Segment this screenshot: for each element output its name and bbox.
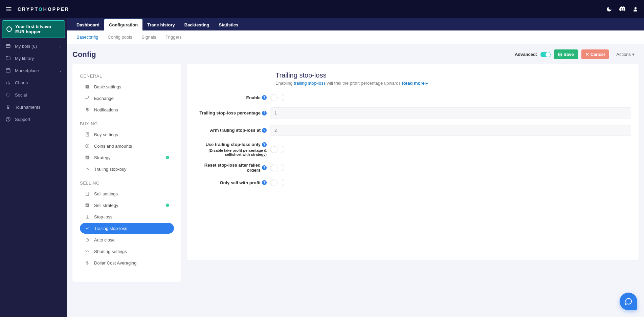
sidebar-item-label: Support (15, 117, 30, 122)
brand-logo[interactable]: CRYPTOHOPPER (18, 6, 69, 12)
svg-rect-20 (87, 157, 87, 158)
category-dca[interactable]: Dollar Cost Averaging (80, 257, 174, 268)
sidebar-item-mybots[interactable]: My bots (6) ⌄ (0, 40, 67, 52)
category-sell-settings[interactable]: Sell settings (80, 188, 174, 199)
tab-dashboard[interactable]: Dashboard (72, 19, 104, 30)
advanced-label: Advanced: (515, 52, 537, 57)
actions-dropdown[interactable]: Actions ▾ (612, 49, 639, 59)
category-autoclose[interactable]: Auto close (80, 234, 174, 245)
receipt-icon (85, 132, 90, 137)
svg-rect-26 (87, 205, 87, 206)
close-icon: ✕ (585, 52, 589, 57)
help-icon[interactable]: ? (262, 95, 267, 100)
help-icon[interactable]: ? (262, 128, 267, 133)
bell-icon (85, 107, 90, 112)
sidebar-item-social[interactable]: Social (0, 89, 67, 101)
category-basic-settings[interactable]: Basic settings (80, 81, 174, 92)
form-panel: Trailing stop-loss Enabling trailing sto… (187, 64, 639, 260)
advanced-toggle[interactable] (540, 52, 551, 57)
sidebar-item-charts[interactable]: Charts (0, 77, 67, 89)
subtab-triggers[interactable]: Triggers (161, 30, 186, 44)
chart-icon (5, 80, 11, 85)
categories-panel: GENERAL Basic settings Exchange Notifica… (72, 64, 181, 282)
cancel-button[interactable]: ✕ Cancel (581, 49, 609, 59)
subtab-baseconfig[interactable]: Baseconfig (72, 30, 103, 44)
clock-icon (85, 237, 90, 242)
dollar-icon (85, 260, 90, 266)
discord-icon[interactable] (619, 6, 626, 13)
save-button[interactable]: Save (554, 49, 578, 59)
tab-statistics[interactable]: Statistics (214, 19, 243, 30)
category-strategy[interactable]: Strategy (80, 152, 174, 163)
only-tsl-sublabel: (Disable take profit percentage & sell/s… (194, 148, 267, 156)
read-more-link[interactable]: Read more ▸ (402, 81, 428, 86)
page-title: Config (72, 50, 96, 59)
subtabbar: Baseconfig Config pools Signals Triggers (67, 30, 644, 44)
category-title-selling: SELLING (80, 181, 174, 186)
sidebar-item-tournaments[interactable]: Tournaments (0, 101, 67, 113)
svg-point-9 (6, 93, 10, 97)
category-buy-settings[interactable]: Buy settings (80, 129, 174, 140)
arm-label: Arm trailing stop-loss at (210, 128, 261, 133)
menu-button[interactable] (5, 6, 12, 13)
subtab-configpools[interactable]: Config pools (103, 30, 137, 44)
sidebar-item-label: My bots (6) (15, 44, 37, 49)
trendup-icon (85, 226, 90, 231)
help-icon[interactable]: ? (262, 142, 267, 147)
user-icon[interactable] (632, 6, 639, 12)
only-tsl-toggle[interactable] (270, 146, 284, 153)
tab-configuration[interactable]: Configuration (104, 19, 142, 30)
svg-rect-25 (86, 205, 87, 206)
category-exchange[interactable]: Exchange (80, 93, 174, 104)
download-icon (85, 214, 90, 219)
reset-toggle[interactable] (270, 164, 284, 171)
svg-rect-19 (86, 157, 87, 158)
folder-icon (5, 56, 11, 61)
form-title: Trailing stop-loss (275, 71, 631, 79)
sidebar-item-library[interactable]: My library (0, 52, 67, 64)
help-icon[interactable]: ? (262, 111, 267, 115)
reset-label: Reset stop-loss after failed orders (194, 163, 261, 173)
chat-fab[interactable] (620, 293, 637, 310)
chevron-down-icon: ⌄ (59, 44, 62, 48)
category-notifications[interactable]: Notifications (80, 104, 174, 115)
barchart-icon (85, 155, 90, 160)
hopper-name: Your first bitvavo EUR hopper (15, 24, 61, 34)
svg-line-32 (87, 238, 87, 238)
sidebar-item-label: Tournaments (15, 105, 40, 110)
barchart-icon (85, 203, 90, 208)
tab-backtesting[interactable]: Backtesting (180, 19, 214, 30)
enable-toggle[interactable] (270, 94, 284, 101)
hopper-ring-icon (6, 26, 12, 32)
help-icon[interactable]: ? (262, 180, 267, 185)
category-shorting[interactable]: Shorting settings (80, 246, 174, 257)
darkmode-icon[interactable] (606, 6, 612, 12)
category-title-general: GENERAL (80, 73, 174, 79)
plus-circle-icon (85, 143, 90, 149)
svg-rect-27 (88, 205, 88, 206)
topbar: CRYPTOHOPPER (0, 0, 644, 18)
arm-input[interactable] (270, 125, 631, 136)
category-trailing-stopbuy[interactable]: Trailing stop-buy (80, 164, 174, 174)
profit-toggle[interactable] (270, 179, 284, 186)
category-trailing-stoploss[interactable]: Trailing stop-loss (80, 223, 174, 234)
sidebar-item-support[interactable]: Support (0, 113, 67, 125)
sidebar-item-marketplace[interactable]: Marketplace ⌄ (0, 64, 67, 77)
trailing-stoploss-link[interactable]: trailing stop-loss (294, 81, 326, 86)
sidebar-item-label: My library (15, 56, 34, 61)
chevron-down-icon: ⌄ (59, 69, 62, 72)
caret-down-icon: ▾ (632, 52, 635, 57)
store-icon (5, 68, 11, 73)
help-icon[interactable]: ? (262, 165, 267, 170)
social-icon (5, 92, 11, 98)
trenddown-icon (85, 166, 90, 172)
tsl-pct-input[interactable] (270, 107, 631, 119)
category-stoploss[interactable]: Stop-loss (80, 211, 174, 222)
tab-tradehistory[interactable]: Trade history (142, 19, 180, 30)
hopper-selector[interactable]: Your first bitvavo EUR hopper (2, 20, 65, 38)
category-sell-strategy[interactable]: Sell strategy (80, 200, 174, 211)
only-tsl-label: Use trailing stop-loss only (205, 142, 261, 147)
subtab-signals[interactable]: Signals (137, 30, 161, 44)
category-title-buying: BUYING (80, 121, 174, 126)
category-coins-amounts[interactable]: Coins and amounts (80, 141, 174, 151)
